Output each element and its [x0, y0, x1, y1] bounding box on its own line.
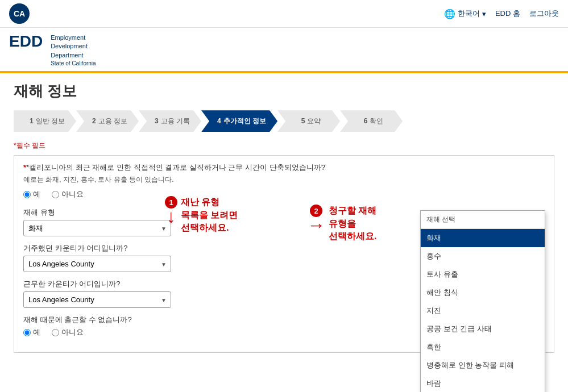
- question1-text: **캘리포니아의 최근 재해로 인한 직접적인 결과로 실직하거나 근무 시간이…: [23, 162, 545, 173]
- step-num-5: 5: [301, 117, 305, 125]
- dropdown-item-2[interactable]: 토사 유출: [421, 265, 545, 283]
- unable-yes-radio[interactable]: [23, 329, 31, 336]
- page-title: 재해 정보: [14, 81, 554, 101]
- annotation1-line3: 선택하세요.: [181, 222, 238, 234]
- edd-state: State of California: [51, 60, 96, 68]
- step-label-2: 고용 정보: [98, 116, 127, 126]
- edd-line2: Development: [51, 42, 96, 51]
- question1-radio-group: 예 아니요: [23, 189, 545, 199]
- question1-yes-text: 예: [33, 189, 40, 199]
- logout-link[interactable]: 로그아웃: [529, 9, 559, 19]
- top-nav: CA 🌐 한국어 ▾ EDD 홈 로그아웃: [0, 0, 568, 28]
- dropdown-header: 재해 선택: [421, 211, 545, 229]
- edd-logo: EDD Employment Development Department St…: [9, 34, 96, 68]
- dropdown-item-5[interactable]: 공공 보건 긴급 사태: [421, 320, 545, 338]
- dropdown-item-4[interactable]: 지진: [421, 302, 545, 320]
- unable-no-text: 아니요: [61, 327, 84, 337]
- question1-no-text: 아니요: [61, 189, 84, 199]
- lang-chevron-icon: ▾: [482, 10, 486, 18]
- disaster-type-select-wrapper: 화재: [23, 220, 171, 236]
- language-label[interactable]: 한국어: [458, 9, 480, 19]
- work-county-select-wrapper: Los Angeles County: [23, 291, 171, 308]
- question1-subnote: 예로는 화재, 지진, 홍수, 토사 유출 등이 있습니다.: [23, 175, 545, 185]
- disaster-type-select[interactable]: 화재: [23, 220, 171, 236]
- annotation1-text: 재난 유형 목록을 보려면 선택하세요.: [181, 196, 238, 234]
- unable-yes-label[interactable]: 예: [23, 327, 40, 337]
- site-header: EDD Employment Development Department St…: [0, 28, 568, 68]
- language-selector[interactable]: 🌐 한국어 ▾: [444, 9, 486, 19]
- work-county-select[interactable]: Los Angeles County: [23, 291, 171, 308]
- unable-no-label[interactable]: 아니요: [52, 327, 84, 337]
- annotation-2: 2 → 청구할 재해 유형을 선택하세요.: [307, 205, 376, 243]
- step-3[interactable]: 3고용 기록: [139, 110, 201, 132]
- step-num-1: 1: [30, 117, 34, 125]
- residence-county-select-wrapper: Los Angeles County: [23, 256, 171, 272]
- globe-icon: 🌐: [444, 9, 455, 19]
- question1-label: *캘리포니아의 최근 재해로 인한 직접적인 결과로 실직하거나 근무 시간이 …: [26, 163, 325, 172]
- edd-line1: Employment: [51, 34, 96, 42]
- disaster-dropdown-overlay: 재해 선택 화재홍수토사 유출해안 침식지진공공 보건 긴급 사태흑한병충해로 …: [420, 210, 545, 392]
- annotation2-text: 청구할 재해 유형을 선택하세요.: [329, 205, 376, 243]
- dropdown-item-0[interactable]: 화재: [421, 229, 545, 247]
- step-num-2: 2: [92, 117, 96, 125]
- step-label-6: 확인: [370, 116, 383, 126]
- ca-logo-text: CA: [14, 9, 25, 18]
- edd-full-name: Employment Development Department State …: [51, 34, 96, 68]
- dropdown-item-3[interactable]: 해안 침식: [421, 283, 545, 302]
- question1-no-label[interactable]: 아니요: [52, 189, 84, 199]
- page-title-section: 재해 정보: [0, 73, 568, 106]
- annotation2-arrow: →: [307, 217, 325, 233]
- annotation2-line1: 청구할 재해: [329, 205, 376, 217]
- annotation2-num: 2: [310, 205, 322, 217]
- annotation2-line3: 선택하세요.: [329, 230, 376, 243]
- step-num-3: 3: [155, 117, 159, 125]
- annotation-1: 1 ↓ 재난 유형 목록을 보려면 선택하세요.: [165, 196, 238, 234]
- question1-yes-label[interactable]: 예: [23, 189, 40, 199]
- unable-no-radio[interactable]: [52, 329, 59, 336]
- step-label-5: 요약: [307, 116, 321, 126]
- step-1[interactable]: 1일반 정보: [14, 110, 76, 132]
- step-num-4: 4: [217, 117, 221, 125]
- step-6[interactable]: 6확인: [340, 110, 403, 132]
- dropdown-item-1[interactable]: 홍수: [421, 247, 545, 265]
- step-label-4: 추가적인 정보: [223, 116, 266, 126]
- step-4[interactable]: 4추가적인 정보: [201, 110, 277, 132]
- disaster-type-label: 재해 유형: [23, 207, 171, 218]
- edd-line3: Department: [51, 51, 96, 60]
- dropdown-item-6[interactable]: 흑한: [421, 338, 545, 356]
- progress-steps: 1일반 정보2고용 정보3고용 기록4추가적인 정보5요약6확인: [0, 106, 568, 136]
- question1-yes-radio[interactable]: [23, 191, 31, 198]
- step-2[interactable]: 2고용 정보: [76, 110, 139, 132]
- edd-abbr: EDD: [9, 34, 43, 49]
- edd-home-link[interactable]: EDD 홈: [495, 9, 520, 19]
- annotation1-line2: 목록을 보려면: [181, 209, 238, 222]
- step-label-1: 일반 정보: [36, 116, 65, 126]
- step-5[interactable]: 5요약: [277, 110, 340, 132]
- dropdown-item-7[interactable]: 병충해로 인한 농작물 피해: [421, 356, 545, 374]
- residence-county-select[interactable]: Los Angeles County: [23, 256, 171, 272]
- disaster-type-row: 재해 유형 화재: [23, 207, 171, 236]
- required-note: *필수 필드: [14, 141, 554, 151]
- dropdown-item-8[interactable]: 바람: [421, 374, 545, 392]
- unable-yes-text: 예: [33, 327, 40, 337]
- step-num-6: 6: [364, 117, 368, 125]
- annotation2-line2: 유형을: [329, 218, 376, 230]
- top-nav-links: 🌐 한국어 ▾ EDD 홈 로그아웃: [444, 9, 559, 19]
- ca-logo: CA: [9, 3, 30, 24]
- ca-logo-area: CA: [9, 3, 30, 24]
- step-label-3: 고용 기록: [161, 116, 190, 126]
- question1-no-radio[interactable]: [52, 191, 59, 198]
- main-content: *필수 필드 **캘리포니아의 최근 재해로 인한 직접적인 결과로 실직하거나…: [0, 136, 568, 363]
